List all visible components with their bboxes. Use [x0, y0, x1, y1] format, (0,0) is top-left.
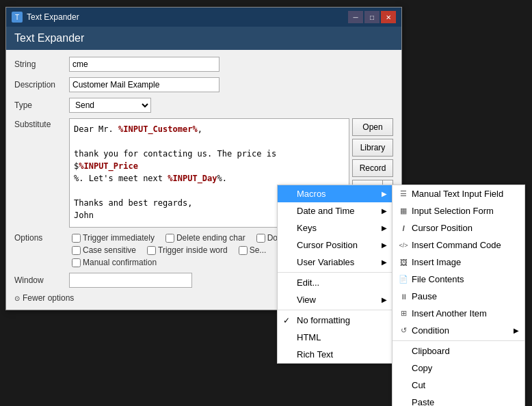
keys-menu-item[interactable]: Keys [278, 219, 393, 236]
string-input[interactable] [69, 57, 220, 72]
condition-submenu-arrow: ▶ [514, 327, 519, 334]
rich-text-menu-item[interactable]: Rich Text [278, 346, 393, 363]
insert-another-item-menu-item[interactable]: ⊞ Insert Another Item [393, 305, 524, 322]
manual-text-input-menu-item[interactable]: ☰ Manual Text Input Field [393, 185, 524, 202]
insert-image-menu-item[interactable]: 🖼 Insert Image [393, 254, 524, 271]
insert-image-icon: 🖼 [397, 258, 410, 267]
edit-menu-item[interactable]: Edit... [278, 274, 393, 291]
title-bar-text: Text Expander [27, 12, 79, 22]
string-row: String [14, 57, 393, 72]
trigger-immediately-checkbox[interactable]: Trigger immediately [72, 233, 155, 243]
window-header: Text Expander [6, 27, 401, 50]
menu-separator-2 [278, 310, 393, 310]
maximize-button[interactable]: □ [364, 11, 380, 23]
input-selection-form-menu-item[interactable]: ▦ Input Selection Form [393, 202, 524, 219]
description-label: Description [14, 80, 69, 90]
cursor-position-icon: I [397, 224, 410, 233]
date-time-menu-item[interactable]: Date and Time [278, 202, 393, 219]
file-contents-menu-item[interactable]: 📄 File Contents [393, 271, 524, 288]
library-button[interactable]: Library [352, 139, 393, 157]
type-row: Type Send Paste [14, 98, 393, 113]
no-formatting-menu-item[interactable]: No formatting [278, 312, 393, 329]
string-label: String [14, 59, 69, 69]
right-submenu: ☰ Manual Text Input Field ▦ Input Select… [392, 185, 525, 406]
window-label: Window [14, 275, 69, 285]
view-menu-item[interactable]: View [278, 291, 393, 308]
app-icon: T [12, 12, 23, 23]
copy-menu-item[interactable]: Copy [393, 360, 524, 377]
condition-icon: ↺ [397, 326, 410, 336]
delete-ending-char-checkbox[interactable]: Delete ending char [165, 233, 245, 243]
macros-context-menu: Macros Date and Time Keys Cursor Positio… [277, 185, 393, 364]
close-button[interactable]: ✕ [381, 11, 396, 23]
input-selection-icon: ▦ [397, 206, 410, 216]
file-contents-icon: 📄 [397, 275, 410, 284]
se-checkbox[interactable]: Se... [239, 245, 267, 255]
type-label: Type [14, 100, 69, 110]
manual-text-icon: ☰ [397, 189, 410, 199]
substitute-label: Substitute [14, 118, 69, 129]
options-label: Options [14, 233, 69, 243]
insert-command-code-icon: </> [397, 241, 410, 250]
description-row: Description Customer Mail Example [14, 77, 393, 92]
open-button[interactable]: Open [352, 118, 393, 136]
minimize-button[interactable]: ─ [348, 11, 363, 23]
window-controls: ─ □ ✕ [348, 11, 396, 23]
description-input[interactable]: Customer Mail Example [69, 77, 220, 92]
case-sensitive-checkbox[interactable]: Case sensitive [72, 245, 136, 255]
pause-menu-item[interactable]: ⏸ Pause [393, 288, 524, 305]
user-variables-menu-item[interactable]: User Variables [278, 254, 393, 271]
macros-menu-item[interactable]: Macros [278, 185, 393, 202]
pause-icon: ⏸ [397, 292, 410, 301]
cut-menu-item[interactable]: Cut [393, 377, 524, 394]
right-menu-separator-1 [393, 340, 524, 341]
fewer-options-icon: ⊙ [14, 295, 20, 302]
clipboard-menu-item[interactable]: Clipboard [393, 342, 524, 360]
trigger-inside-word-checkbox[interactable]: Trigger inside word [147, 245, 228, 255]
insert-command-code-menu-item[interactable]: </> Insert Command Code [393, 236, 524, 254]
manual-confirmation-checkbox[interactable]: Manual confirmation [72, 258, 157, 267]
cursor-position-menu-item[interactable]: Cursor Position [278, 236, 393, 254]
menu-separator-1 [278, 272, 393, 273]
type-select[interactable]: Send Paste [69, 98, 151, 113]
paste-menu-item[interactable]: Paste [393, 394, 524, 406]
title-bar: T Text Expander ─ □ ✕ [6, 8, 401, 27]
condition-menu-item[interactable]: ↺ Condition ▶ [393, 322, 524, 339]
html-menu-item[interactable]: HTML [278, 329, 393, 346]
window-input[interactable] [69, 273, 192, 288]
record-button[interactable]: Record [352, 159, 393, 177]
cursor-position-sub-menu-item[interactable]: I Cursor Position [393, 219, 524, 236]
insert-another-icon: ⊞ [397, 309, 410, 319]
